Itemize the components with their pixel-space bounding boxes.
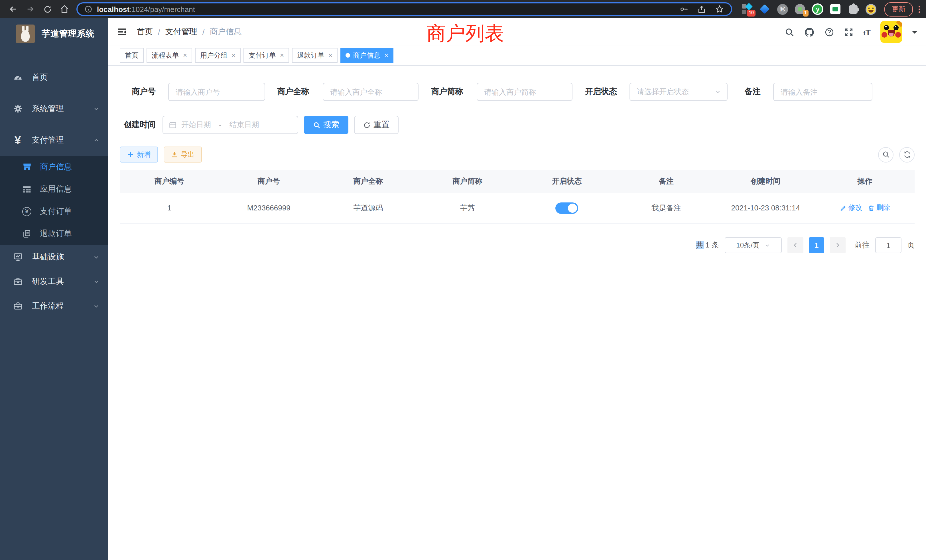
plus-icon xyxy=(127,151,134,158)
date-range-picker[interactable]: 开始日期 - 结束日期 xyxy=(162,116,298,134)
sidebar-item-home[interactable]: 首页 xyxy=(0,62,108,93)
browser-menu-icon[interactable] xyxy=(918,5,920,13)
home-icon[interactable] xyxy=(57,2,72,17)
sidebar-item-workflow[interactable]: 工作流程 xyxy=(0,294,108,318)
sidebar-item-infra[interactable]: 基础设施 xyxy=(0,245,108,269)
tab-home[interactable]: 首页 xyxy=(120,48,144,63)
add-button[interactable]: 新增 xyxy=(120,147,158,162)
export-button[interactable]: 导出 xyxy=(163,147,202,162)
page-size-select[interactable]: 10条/页 xyxy=(725,237,782,253)
close-icon[interactable]: × xyxy=(183,51,187,59)
url-host: localhost xyxy=(97,5,129,14)
status-toggle[interactable] xyxy=(555,202,578,213)
chevron-up-icon xyxy=(93,136,100,144)
sidebar-item-label: 支付管理 xyxy=(32,135,64,145)
sidebar-subitem-label: 商户信息 xyxy=(40,162,72,172)
font-size-icon[interactable]: tT xyxy=(863,27,871,37)
header-search-icon[interactable] xyxy=(785,27,794,37)
close-icon[interactable]: × xyxy=(280,51,284,59)
extension-chat-icon[interactable] xyxy=(830,3,841,15)
sidebar: 芋道管理系统 首页 系统管理 ¥ 支付管 xyxy=(0,18,108,560)
extension-y-icon[interactable]: y xyxy=(812,3,823,15)
reset-button[interactable]: 重置 xyxy=(354,116,399,134)
next-page-button[interactable] xyxy=(830,237,846,253)
extension-kite-icon[interactable] xyxy=(759,3,770,15)
delete-link[interactable]: 删除 xyxy=(868,203,890,213)
status-select[interactable]: 请选择开启状态 xyxy=(629,83,728,101)
chevron-right-icon xyxy=(834,242,841,249)
site-info-icon[interactable] xyxy=(85,5,92,13)
share-icon[interactable] xyxy=(698,5,706,14)
pagination: 共 1 条 10条/页 1 前往 页 xyxy=(120,237,915,253)
remark-input[interactable] xyxy=(773,83,872,101)
close-icon[interactable]: × xyxy=(384,51,388,59)
total-text: 共 1 条 xyxy=(696,240,719,250)
search-button[interactable]: 搜索 xyxy=(304,116,348,134)
help-icon[interactable] xyxy=(825,27,834,37)
breadcrumb-separator: / xyxy=(203,27,205,36)
sidebar-subitem-refund-order[interactable]: 退款订单 xyxy=(0,222,108,245)
sidebar-item-label: 研发工具 xyxy=(32,276,64,286)
chrome-update-button[interactable]: 更新 xyxy=(884,2,913,16)
sidebar-subitem-pay-order[interactable]: ¥ 支付订单 xyxy=(0,200,108,222)
hamburger-fold-icon[interactable] xyxy=(117,27,127,37)
edit-pencil-icon xyxy=(840,204,847,211)
github-icon[interactable] xyxy=(804,27,815,37)
bookmark-star-icon[interactable] xyxy=(715,5,724,14)
url-path: :1024/pay/merchant xyxy=(129,5,195,14)
filter-row-2: 创建时间 开始日期 - 结束日期 搜索 重置 xyxy=(120,116,915,134)
full-name-input[interactable] xyxy=(323,83,419,101)
edit-link[interactable]: 修改 xyxy=(840,203,862,213)
tab-pay-order[interactable]: 支付订单× xyxy=(244,48,289,63)
chevron-down-icon xyxy=(714,88,721,95)
create-time-label: 创建时间 xyxy=(120,120,156,130)
merchant-no-input[interactable] xyxy=(168,83,265,101)
sidebar-item-dev-tools[interactable]: 研发工具 xyxy=(0,269,108,294)
sidebar-item-system-mgmt[interactable]: 系统管理 xyxy=(0,93,108,124)
forward-icon[interactable] xyxy=(23,2,38,17)
browser-toolbar: localhost:1024/pay/merchant 10 ⌘ 1 y 更新 xyxy=(0,0,926,18)
briefcase-icon xyxy=(12,301,23,311)
chevron-down-icon xyxy=(93,303,100,309)
extensions-row: 10 ⌘ 1 y xyxy=(741,3,876,15)
cell-status xyxy=(517,202,617,213)
sidebar-subitem-app-info[interactable]: 应用信息 xyxy=(0,178,108,200)
active-dot xyxy=(345,53,350,58)
user-avatar[interactable] xyxy=(881,21,902,43)
fullscreen-icon[interactable] xyxy=(844,27,853,37)
breadcrumb-home[interactable]: 首页 xyxy=(137,27,153,37)
extensions-puzzle-icon[interactable] xyxy=(847,3,859,15)
reload-icon[interactable] xyxy=(40,2,55,17)
tab-merchant-info[interactable]: 商户信息× xyxy=(340,48,393,63)
goto-page-input[interactable] xyxy=(875,237,902,253)
tab-refund-order[interactable]: 退款订单× xyxy=(292,48,337,63)
close-icon[interactable]: × xyxy=(232,51,236,59)
sidebar-subitem-merchant-info[interactable]: 商户信息 xyxy=(0,156,108,178)
prev-page-button[interactable] xyxy=(787,237,803,253)
search-icon xyxy=(313,121,321,129)
breadcrumb-pay-mgmt[interactable]: 支付管理 xyxy=(165,27,197,37)
url-bar[interactable]: localhost:1024/pay/merchant xyxy=(76,2,732,16)
password-key-icon[interactable] xyxy=(679,5,688,14)
page-number-button[interactable]: 1 xyxy=(809,237,824,253)
profile-emoji-icon[interactable] xyxy=(865,3,876,15)
close-icon[interactable]: × xyxy=(328,51,333,59)
sidebar-item-pay-mgmt[interactable]: ¥ 支付管理 xyxy=(0,124,108,156)
extension-grid-icon[interactable]: 10 xyxy=(741,3,753,15)
monitor-chart-icon xyxy=(12,252,23,262)
cell-actions: 修改 删除 xyxy=(816,203,915,213)
app-title: 芋道管理系统 xyxy=(42,28,95,39)
short-name-input[interactable] xyxy=(477,83,572,101)
page-annotation-title: 商户列表 xyxy=(427,21,504,47)
back-icon[interactable] xyxy=(6,2,21,17)
refresh-table-icon[interactable] xyxy=(899,147,915,162)
col-header-create-time: 创建时间 xyxy=(716,176,816,186)
extension-blob-icon[interactable]: 1 xyxy=(794,3,806,15)
yen-icon: ¥ xyxy=(12,134,23,146)
extension-command-icon[interactable]: ⌘ xyxy=(776,3,788,15)
avatar-dropdown-caret-icon[interactable] xyxy=(912,30,917,36)
app-logo[interactable]: 芋道管理系统 xyxy=(0,18,108,49)
tab-process-form[interactable]: 流程表单× xyxy=(147,48,192,63)
tab-user-group[interactable]: 用户分组× xyxy=(195,48,241,63)
toggle-search-icon[interactable] xyxy=(878,147,894,162)
